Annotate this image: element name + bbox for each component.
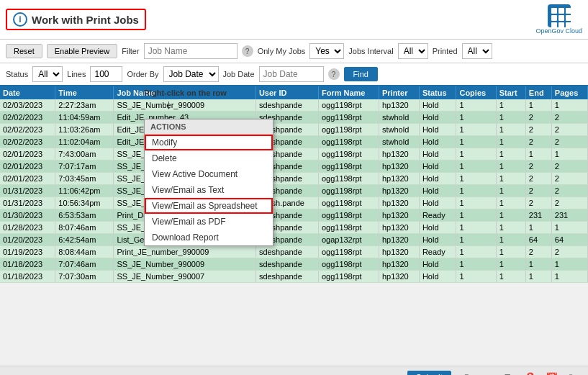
cell-copies: 1 — [456, 173, 496, 185]
table-row[interactable]: 01/28/20238:07:46amSS_JE_Number_990009sd… — [0, 222, 588, 234]
job-name-input[interactable] — [144, 43, 238, 59]
cell-end: 1 — [525, 99, 551, 112]
cell-start: 1 — [496, 99, 525, 112]
submit-button[interactable]: Submit — [407, 371, 451, 376]
col-end: End — [525, 86, 551, 99]
context-menu-item-view-spreadsheet[interactable]: View/Email as Spreadsheet — [145, 198, 273, 214]
table-row[interactable]: 02/01/20237:43:00amSS_JE_Number_990...sd… — [0, 148, 588, 161]
filter-help-icon[interactable]: ? — [242, 45, 253, 57]
cell-status: Hold — [419, 197, 456, 209]
table-row[interactable]: 01/19/20238:08:44amPrint_JE_number_99000… — [0, 246, 588, 258]
toolbar-row2: Status All Lines Order By Job Date Job D… — [0, 63, 588, 86]
cell-time: 7:43:00am — [55, 148, 114, 161]
cell-printer: hp1320 — [379, 148, 419, 161]
cell-form-name: ogg1198rpt — [318, 148, 379, 161]
cell-pages: 1 — [551, 271, 587, 283]
lines-label: Lines — [67, 70, 86, 78]
cell-pages: 2 — [551, 124, 587, 136]
find-button[interactable]: Find — [344, 67, 378, 81]
job-date-label: Job Date — [223, 70, 255, 78]
cell-pages: 1 — [551, 148, 587, 161]
table-row[interactable]: 01/20/20236:42:54amList_General_Ledger_A… — [0, 234, 588, 246]
jobs-interval-select[interactable]: All — [398, 43, 428, 59]
status-label: Status — [6, 70, 28, 78]
cell-pages: 2 — [551, 161, 587, 173]
context-menu-item-view-text[interactable]: View/Email as Text — [145, 182, 273, 198]
bottom-bar: Submit 🖨 ⊞ ⧉ ❓ 📅 ↻ — [0, 366, 588, 375]
cell-end: 1 — [525, 271, 551, 283]
cell-date: 01/31/2023 — [0, 185, 55, 197]
cell-time: 11:02:04am — [55, 136, 114, 148]
cell-date: 01/20/2023 — [0, 234, 55, 246]
cell-printer: hp1320 — [379, 271, 419, 283]
cell-copies: 1 — [456, 209, 496, 222]
order-by-select[interactable]: Job Date — [163, 66, 219, 82]
cell-date: 02/02/2023 — [0, 112, 55, 124]
printer-icon[interactable]: 🖨 — [457, 370, 473, 376]
context-menu-item-download[interactable]: Download Report — [145, 230, 273, 245]
table-row[interactable]: 01/18/20237:07:30amSS_JE_Number_990007sd… — [0, 271, 588, 283]
col-printer: Printer — [379, 86, 419, 99]
grid-icon[interactable]: ⊞ — [479, 370, 494, 376]
help-bottom-icon[interactable]: ❓ — [522, 370, 538, 376]
only-my-jobs-select[interactable]: Yes — [309, 43, 344, 59]
cell-printer: hp1320 — [379, 185, 419, 197]
cell-pages: 1 — [551, 222, 587, 234]
table-row[interactable]: 01/31/202311:06:42pmSS_JE_Number_990...s… — [0, 185, 588, 197]
lines-input[interactable] — [90, 66, 122, 82]
context-menu-item-modify[interactable]: Modify — [145, 135, 273, 150]
cell-printer: stwhold — [379, 124, 419, 136]
table-row[interactable]: 02/02/202311:03:26amEdit_JE_number_43...… — [0, 124, 588, 136]
cell-pages: 2 — [551, 185, 587, 197]
printed-label: Printed — [433, 47, 458, 55]
cell-copies: 1 — [456, 148, 496, 161]
cell-form-name: ogg1198rpt — [318, 173, 379, 185]
cell-status: Hold — [419, 136, 456, 148]
table-row[interactable]: 01/30/20236:53:53amPrint_Detailed_Accoun… — [0, 209, 588, 222]
cell-status: Hold — [419, 112, 456, 124]
printed-select[interactable]: All — [462, 43, 492, 59]
reset-button[interactable]: Reset — [6, 44, 42, 58]
annotation-arrow: ↓ — [166, 98, 227, 111]
cell-form-name: ogg1198rpt — [318, 124, 379, 136]
cell-start: 1 — [496, 209, 525, 222]
cell-end: 2 — [525, 124, 551, 136]
annotation-area: Right-click on the row ↓ — [144, 88, 227, 111]
cell-date: 01/19/2023 — [0, 246, 55, 258]
copy-icon[interactable]: ⧉ — [500, 370, 516, 376]
cell-status: Ready — [419, 246, 456, 258]
table-wrapper: Right-click on the row ↓ ACTIONS Modify … — [0, 86, 588, 366]
table-row[interactable]: 01/31/202310:56:34pmSS_JE_Number_990009s… — [0, 197, 588, 209]
context-menu-item-view-active[interactable]: View Active Document — [145, 166, 273, 182]
calendar-icon[interactable]: 📅 — [543, 370, 559, 376]
cell-date: 02/02/2023 — [0, 136, 55, 148]
table-row[interactable]: 01/18/20237:07:46amSS_JE_Number_990009sd… — [0, 258, 588, 271]
job-date-input[interactable] — [259, 66, 324, 82]
status-select[interactable]: All — [32, 66, 63, 82]
table-row[interactable]: 02/02/202311:02:04amEdit_JE_number_43...… — [0, 136, 588, 148]
header: i Work with Print Jobs OpenGov Cloud — [0, 0, 588, 40]
table-row[interactable]: 02/01/20237:03:45amSS_JE_Number_990...sd… — [0, 173, 588, 185]
cell-pages: 231 — [551, 209, 587, 222]
context-menu-item-view-pdf[interactable]: View/Email as PDF — [145, 214, 273, 230]
table-row[interactable]: 02/02/202311:04:59amEdit_JE_number_43...… — [0, 112, 588, 124]
cell-copies: 1 — [456, 246, 496, 258]
cell-time: 6:42:54am — [55, 234, 114, 246]
cell-start: 1 — [496, 185, 525, 197]
filter-label: Filter — [122, 47, 139, 55]
context-menu-item-delete[interactable]: Delete — [145, 150, 273, 166]
jobs-interval-label: Jobs Interval — [348, 47, 393, 55]
table-row[interactable]: 02/03/20232:27:23amSS_JE_Number_990009sd… — [0, 99, 588, 112]
cell-job-name: SS_JE_Number_990007 — [114, 271, 255, 283]
table-row[interactable]: 02/01/20237:07:17amSS_JE_Number_990...sd… — [0, 161, 588, 173]
cell-job-name: SS_JE_Number_990009 — [114, 258, 255, 271]
job-date-help-icon[interactable]: ? — [328, 68, 340, 80]
enable-preview-button[interactable]: Enable Preview — [47, 44, 117, 58]
cell-printer: hp1320 — [379, 258, 419, 271]
refresh-icon[interactable]: ↻ — [565, 370, 581, 376]
cell-form-name: ogg1198rpt — [318, 185, 379, 197]
cell-end: 231 — [525, 209, 551, 222]
cell-end: 2 — [525, 136, 551, 148]
cell-form-name: ogg1198rpt — [318, 222, 379, 234]
cell-form-name: ogg1198rpt — [318, 136, 379, 148]
